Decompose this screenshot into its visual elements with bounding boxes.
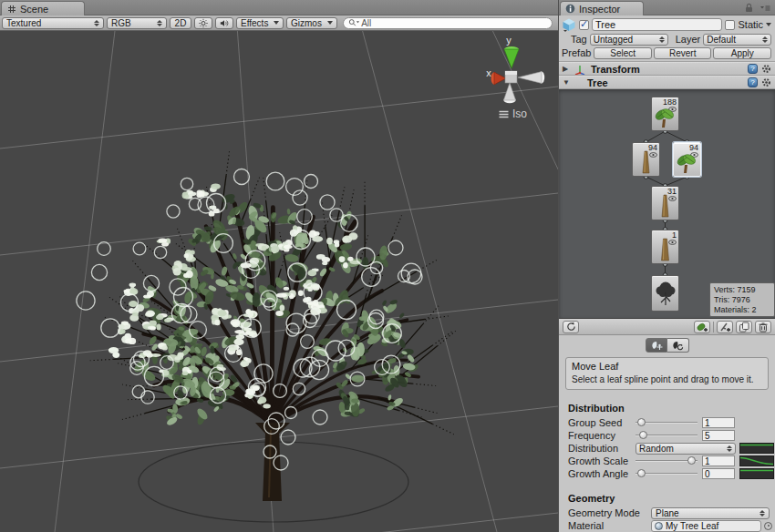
- prefab-select-button[interactable]: Select: [594, 47, 652, 59]
- static-label: Static: [738, 19, 763, 30]
- growth-angle-curve-preview[interactable]: [739, 468, 774, 479]
- caret-down-icon: [327, 21, 333, 25]
- add-leaf-group-button[interactable]: [694, 321, 710, 333]
- rotate-leaf-tool-button[interactable]: [667, 338, 689, 353]
- leaf-node-icon: [677, 151, 697, 174]
- tab-inspector[interactable]: Inspector: [560, 1, 644, 15]
- static-checkbox[interactable]: [725, 20, 735, 30]
- scene-search-field[interactable]: [343, 17, 553, 29]
- tag-label: Tag: [571, 34, 587, 45]
- growth-scale-value[interactable]: 1: [702, 455, 735, 466]
- lighting-toggle-button[interactable]: [194, 17, 212, 29]
- gear-icon[interactable]: [761, 64, 771, 74]
- search-input[interactable]: [361, 18, 547, 28]
- grid-icon: [7, 5, 16, 14]
- transform-component-header[interactable]: ▶ Transform ?: [559, 62, 775, 76]
- node-tree-root[interactable]: [651, 275, 679, 312]
- tag-dropdown[interactable]: Untagged: [590, 34, 668, 46]
- leaf-node-icon: [655, 106, 675, 128]
- geometry-title: Geometry: [568, 493, 775, 506]
- scene-viewport[interactable]: y x Iso: [0, 31, 558, 532]
- scene-toolbar: Textured RGB 2D: [0, 15, 558, 31]
- tab-scene[interactable]: Scene: [1, 1, 85, 15]
- distribution-curve-preview[interactable]: [739, 443, 774, 454]
- stat-verts: Verts: 7159: [714, 285, 770, 295]
- speaker-icon: [220, 18, 229, 28]
- cube-icon[interactable]: [562, 17, 576, 32]
- render-mode-dropdown[interactable]: RGB: [107, 17, 167, 29]
- duplicate-node-button[interactable]: [736, 321, 752, 333]
- node-leaf-group-188[interactable]: 188: [651, 97, 679, 131]
- tree-root-icon: [655, 280, 677, 307]
- mesh-stats-box: Verts: 7159 Tris: 7976 Materials: 2: [709, 282, 775, 317]
- dropdown-arrows-icon: [659, 36, 665, 43]
- group-seed-slider[interactable]: [636, 417, 698, 428]
- distribution-section: Distribution Group Seed 1 Frequency 5 Di…: [559, 403, 775, 480]
- shading-mode-dropdown[interactable]: Textured: [2, 17, 104, 29]
- foldout-collapsed-icon[interactable]: ▶: [563, 65, 571, 73]
- material-object-field[interactable]: My Tree Leaf: [651, 520, 761, 532]
- object-picker-icon[interactable]: [764, 522, 772, 530]
- distribution-mode-label: Distribution: [568, 443, 636, 454]
- geometry-mode-label: Geometry Mode: [568, 507, 651, 518]
- dropdown-arrows-icon: [727, 445, 732, 452]
- move-leaf-tool-button[interactable]: [646, 338, 667, 353]
- frequency-label: Frequency: [568, 430, 636, 441]
- help-icon[interactable]: ?: [748, 64, 758, 74]
- audio-toggle-button[interactable]: [215, 17, 233, 29]
- gizmo-x-label: x: [486, 67, 491, 78]
- frequency-value[interactable]: 5: [702, 430, 735, 441]
- layer-label: Layer: [676, 34, 701, 45]
- foldout-expanded-icon[interactable]: ▼: [563, 78, 571, 87]
- move-leaf-icon: [650, 340, 663, 351]
- trash-icon: [758, 322, 769, 332]
- dropdown-arrows-icon: [762, 36, 768, 43]
- tab-menu-icon[interactable]: [760, 4, 770, 13]
- growth-angle-value[interactable]: 0: [702, 468, 735, 479]
- prefab-apply-button[interactable]: Apply: [713, 47, 771, 59]
- node-branch-group-1[interactable]: 1: [651, 230, 679, 264]
- orientation-gizmo[interactable]: y x: [469, 35, 547, 106]
- gizmos-dropdown[interactable]: Gizmos: [286, 17, 337, 29]
- growth-angle-slider[interactable]: [636, 468, 698, 479]
- add-branch-group-button[interactable]: [717, 321, 733, 333]
- add-leaf-icon: [697, 322, 708, 332]
- geometry-mode-dropdown[interactable]: Plane: [651, 507, 770, 519]
- group-seed-value[interactable]: 1: [702, 417, 735, 428]
- refresh-button[interactable]: [563, 321, 579, 333]
- gear-icon[interactable]: [761, 77, 771, 87]
- gameobject-name-input[interactable]: [592, 18, 722, 31]
- tree-node-graph[interactable]: 188 94: [559, 89, 775, 319]
- gizmo-y-label: y: [506, 35, 512, 46]
- layer-dropdown[interactable]: Default: [703, 34, 771, 46]
- stat-materials: Materials: 2: [714, 305, 770, 315]
- help-icon[interactable]: ?: [748, 77, 758, 87]
- static-options-caret[interactable]: [766, 23, 771, 26]
- gameobject-header: Static Tag Untagged Layer Default Prefab…: [559, 15, 775, 62]
- delete-node-button[interactable]: [755, 321, 771, 333]
- toggle-2d-button[interactable]: 2D: [170, 17, 191, 29]
- search-icon: [348, 18, 359, 27]
- scene-pane: Scene Textured RGB 2D: [0, 0, 558, 532]
- node-leaf-group-94-selected[interactable]: 94: [673, 142, 701, 177]
- group-seed-label: Group Seed: [568, 417, 636, 428]
- node-branch-group-94[interactable]: 94: [632, 142, 660, 177]
- active-checkbox[interactable]: [579, 20, 589, 30]
- inspector-icon: [565, 4, 575, 14]
- effects-dropdown[interactable]: Effects: [236, 17, 284, 29]
- projection-mode-label[interactable]: Iso: [499, 107, 527, 120]
- geometry-section: Geometry Geometry Mode Plane Material My…: [559, 493, 775, 532]
- add-branch-icon: [719, 322, 731, 332]
- growth-scale-curve-preview[interactable]: [739, 455, 774, 466]
- frequency-slider[interactable]: [636, 430, 698, 441]
- inspector-pane: Inspector: [558, 0, 775, 532]
- branch-node-icon: [659, 238, 671, 261]
- node-branch-group-31[interactable]: 31: [651, 186, 679, 220]
- prefab-revert-button[interactable]: Revert: [654, 47, 712, 59]
- growth-scale-slider[interactable]: [636, 455, 698, 466]
- lock-icon[interactable]: [745, 3, 753, 13]
- inspector-tab-label: Inspector: [579, 4, 620, 15]
- distribution-mode-dropdown[interactable]: Random: [636, 443, 736, 455]
- tree-component-header[interactable]: ▼ Tree ?: [559, 76, 775, 89]
- refresh-icon: [566, 322, 576, 332]
